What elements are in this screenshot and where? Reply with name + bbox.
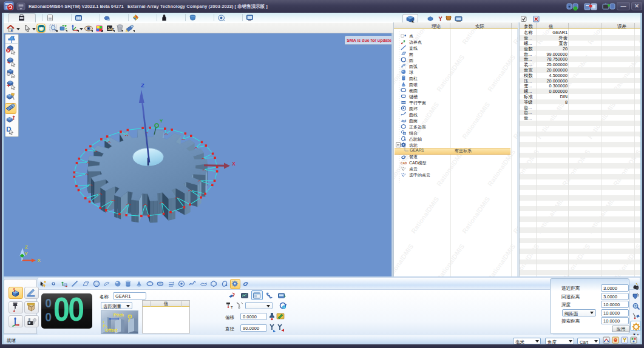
svg-text:RationalDMIS: RationalDMIS	[410, 195, 441, 235]
svg-text:Z: Z	[141, 82, 144, 89]
svg-text:RationalDMIS: RationalDMIS	[512, 195, 518, 235]
svg-text:RationalDMIS: RationalDMIS	[461, 195, 492, 235]
svg-text:T: T	[231, 306, 233, 309]
svg-text:Y: Y	[25, 251, 29, 256]
svg-text:Offset: Offset	[105, 328, 118, 332]
svg-text:D: D	[129, 315, 132, 319]
svg-text:RationalDMIS: RationalDMIS	[394, 243, 415, 276]
svg-text:CAD: CAD	[401, 162, 407, 165]
svg-text:X: X	[38, 258, 41, 263]
svg-text:Pitch: Pitch	[114, 313, 124, 317]
svg-text:Z: Z	[25, 244, 28, 250]
svg-text:X: X	[232, 161, 236, 167]
svg-text:Y: Y	[160, 118, 163, 124]
svg-text:RationalDMIS: RationalDMIS	[486, 243, 517, 276]
